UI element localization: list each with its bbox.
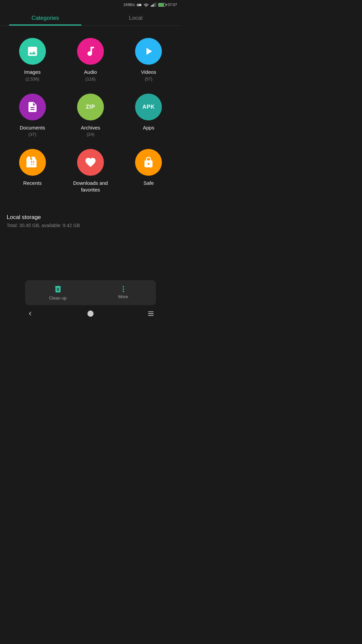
cleanup-button[interactable]: Clean up — [25, 285, 90, 301]
videos-label: Videos — [141, 69, 157, 75]
back-icon — [26, 310, 34, 317]
category-documents[interactable]: Documents (37) — [3, 88, 61, 144]
recents-label: Recents — [23, 180, 42, 186]
archives-count: (24) — [86, 132, 94, 137]
network-speed: 249B/s — [123, 3, 135, 7]
more-label: More — [118, 294, 128, 299]
safe-icon — [135, 149, 162, 176]
more-icon — [123, 286, 124, 292]
images-label: Images — [24, 69, 41, 75]
archives-icon: ZIP — [77, 94, 104, 120]
battery-icon — [158, 3, 166, 7]
local-storage-info: Total: 30.45 GB, available: 9.42 GB — [7, 223, 174, 228]
categories-grid: Images (2,536) Audio (116) Videos (57) D… — [0, 26, 181, 204]
svg-rect-6 — [148, 312, 154, 312]
back-button[interactable] — [20, 307, 41, 320]
svg-rect-8 — [148, 315, 154, 316]
svg-rect-4 — [156, 3, 157, 7]
signal-icon — [151, 3, 156, 7]
safe-label: Safe — [143, 180, 154, 186]
category-audio[interactable]: Audio (116) — [61, 33, 119, 88]
tabs-container: Categories Local — [0, 9, 181, 26]
audio-count: (116) — [85, 76, 96, 82]
documents-icon — [19, 94, 46, 120]
local-storage-section: Local storage Total: 30.45 GB, available… — [0, 204, 181, 231]
svg-rect-0 — [151, 5, 152, 7]
status-bar: 249B/s 07:07 — [0, 0, 181, 9]
time: 07:07 — [168, 3, 177, 7]
bottom-toolbar: Clean up More — [25, 280, 156, 305]
downloads-label: Downloads and favorites — [64, 180, 117, 193]
apps-label: Apps — [143, 124, 154, 131]
tab-categories[interactable]: Categories — [0, 9, 90, 25]
wifi-icon — [143, 3, 149, 7]
cleanup-label: Clean up — [49, 296, 66, 301]
category-apps[interactable]: APK Apps — [120, 88, 178, 144]
more-button[interactable]: More — [90, 286, 156, 299]
svg-rect-3 — [154, 3, 155, 7]
audio-label: Audio — [84, 69, 97, 75]
category-images[interactable]: Images (2,536) — [3, 33, 61, 88]
downloads-icon — [77, 149, 104, 176]
tab-local[interactable]: Local — [90, 9, 181, 25]
menu-button[interactable] — [140, 307, 161, 320]
cleanup-icon — [54, 285, 62, 293]
videos-icon — [135, 38, 162, 65]
category-videos[interactable]: Videos (57) — [120, 33, 178, 88]
category-recents[interactable]: Recents — [3, 144, 61, 201]
home-button[interactable] — [80, 307, 101, 320]
hamburger-icon — [147, 310, 155, 317]
svg-point-5 — [88, 311, 94, 317]
local-storage-title: Local storage — [7, 214, 174, 221]
category-archives[interactable]: ZIP Archives (24) — [61, 88, 119, 144]
category-safe[interactable]: Safe — [120, 144, 178, 201]
vpn-key-icon — [137, 3, 141, 6]
images-count: (2,536) — [25, 76, 39, 82]
images-icon — [19, 38, 46, 65]
nav-bar — [0, 305, 181, 322]
recents-icon — [19, 149, 46, 176]
apps-icon: APK — [135, 94, 162, 120]
svg-rect-2 — [153, 4, 154, 7]
home-circle-icon — [87, 310, 94, 317]
documents-label: Documents — [20, 124, 45, 131]
svg-rect-1 — [152, 5, 153, 7]
archives-label: Archives — [81, 124, 100, 131]
category-downloads[interactable]: Downloads and favorites — [61, 144, 119, 201]
documents-count: (37) — [28, 132, 36, 137]
videos-count: (57) — [145, 76, 153, 82]
svg-rect-7 — [148, 313, 154, 314]
audio-icon — [77, 38, 104, 65]
